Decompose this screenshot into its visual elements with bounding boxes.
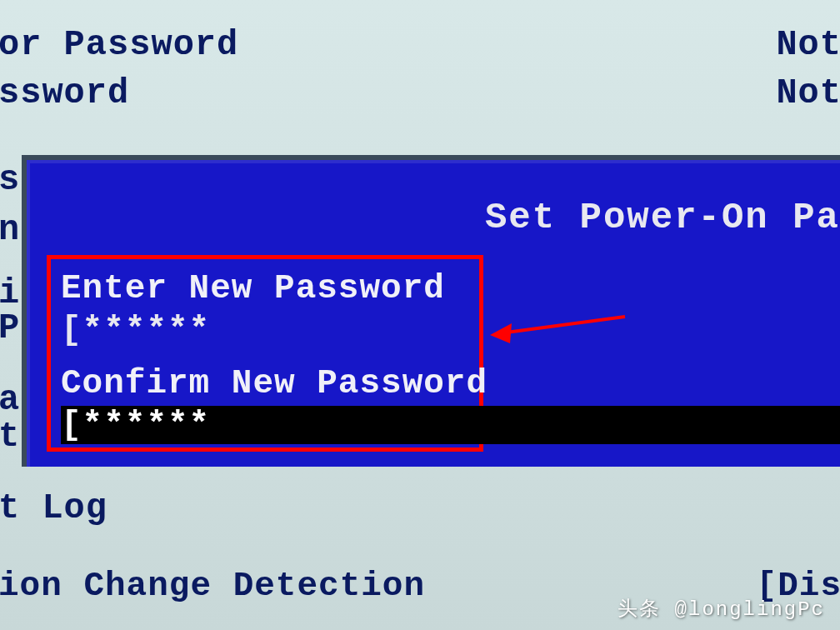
bios-item-log[interactable]: t Log (0, 488, 108, 528)
watermark-text: 头条 @longlingPc (618, 595, 825, 622)
bios-cut-text: a (0, 380, 20, 420)
bios-status-1: Not (776, 25, 840, 65)
set-poweron-password-dialog: Set Power-On Pa Enter New Password [****… (22, 155, 840, 467)
bios-item-password: ssword (0, 73, 129, 113)
bios-cut-text: n (0, 210, 20, 250)
enter-new-password-value[interactable]: [****** (61, 311, 472, 349)
bios-cut-text: t (0, 417, 20, 457)
bios-item-change-detection[interactable]: ion Change Detection (0, 567, 425, 605)
enter-new-password-label: Enter New Password (61, 269, 472, 308)
password-input-panel: Enter New Password [****** Confirm New P… (47, 255, 483, 452)
bios-status-2: Not (776, 73, 840, 113)
bios-item-supervisor-password: or Password (0, 25, 238, 65)
dialog-title: Set Power-On Pa (485, 197, 840, 238)
confirm-new-password-label: Confirm New Password (61, 364, 472, 402)
bios-cut-text: i (0, 273, 20, 313)
confirm-new-password-input[interactable]: [****** (61, 406, 840, 444)
bios-cut-text: P (0, 308, 20, 348)
